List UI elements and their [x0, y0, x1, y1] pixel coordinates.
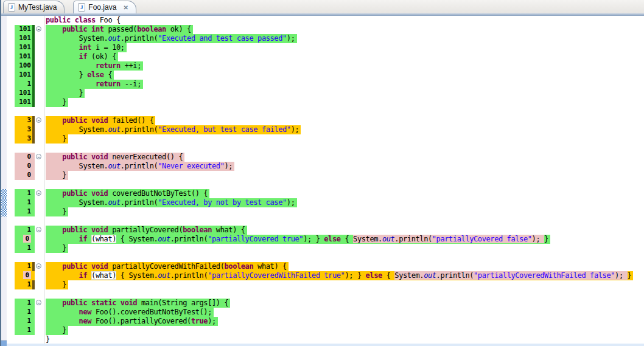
tab-label: Foo.java	[88, 3, 116, 12]
code-text[interactable]: public void neverExecuted() {	[44, 153, 644, 162]
code-line: public class Foo {	[7, 16, 644, 25]
code-line	[7, 180, 644, 189]
code-line: 0 if (what) { System.out.println("partia…	[7, 271, 644, 280]
collapse-icon[interactable]	[36, 227, 41, 232]
code-text[interactable]: System.out.println("Executed and test ca…	[44, 34, 644, 43]
fold-column	[35, 180, 44, 189]
code-text[interactable]: public void failed() {	[44, 116, 644, 125]
code-text[interactable]: if (ok) {	[44, 52, 644, 61]
code-text[interactable]: public class Foo {	[44, 16, 644, 25]
code-text[interactable]	[44, 107, 644, 116]
java-editor-window: J MyTest.java J Foo.java ✕ public class …	[0, 0, 644, 346]
code-text[interactable]: }	[44, 207, 644, 216]
coverage-count-cell: 1	[15, 226, 35, 235]
fold-toggle[interactable]	[35, 116, 44, 125]
fold-column	[35, 207, 44, 216]
coverage-count-cell: 100	[15, 61, 35, 71]
missed-branch-badge: 0	[23, 271, 31, 279]
fold-column	[35, 198, 44, 207]
ruler-cell	[1, 52, 7, 61]
cursor-line-strip	[7, 344, 644, 346]
code-text[interactable]: }	[44, 335, 644, 344]
code-text[interactable]: }	[44, 280, 644, 289]
code-text[interactable]: System.out.println("Executed, but test c…	[44, 125, 644, 134]
coverage-count-cell: 1	[15, 280, 35, 289]
code-text[interactable]	[44, 289, 644, 299]
code-text[interactable]: public void partiallyCovered(boolean wha…	[44, 226, 644, 235]
code-rows: public class Foo {101 public int passed(…	[7, 16, 644, 346]
fold-toggle[interactable]	[35, 226, 44, 235]
code-text[interactable]: return --i;	[44, 80, 644, 89]
code-line: 0 System.out.println("Never executed");	[7, 162, 644, 171]
java-file-icon: J	[8, 3, 15, 12]
close-icon[interactable]: ✕	[123, 4, 128, 11]
code-text[interactable]: public static void main(String args[]) {	[44, 299, 644, 308]
fold-toggle[interactable]	[35, 299, 44, 308]
code-text[interactable]: }	[44, 171, 644, 180]
collapse-icon[interactable]	[36, 263, 41, 269]
tab-mytest-java[interactable]: J MyTest.java	[3, 1, 65, 13]
coverage-annotation-marker[interactable]	[1, 207, 7, 216]
coverage-count-cell: 101	[15, 89, 35, 98]
fold-column	[35, 71, 44, 80]
coverage-annotation-marker[interactable]	[1, 189, 7, 198]
code-text[interactable]: System.out.println("Never executed");	[44, 162, 644, 171]
fold-toggle[interactable]	[35, 189, 44, 198]
coverage-count-cell: 101	[15, 43, 35, 52]
fold-toggle[interactable]	[35, 262, 44, 271]
fold-toggle[interactable]	[35, 153, 44, 162]
ruler-cell	[1, 162, 7, 171]
ruler-cell	[1, 16, 7, 25]
fold-column	[35, 80, 44, 89]
ruler-cell	[1, 153, 7, 162]
collapse-icon[interactable]	[36, 154, 41, 159]
code-text[interactable]: } else {	[44, 71, 644, 80]
code-line: 101 }	[7, 98, 644, 107]
code-line: 1 System.out.println("Executed, by not b…	[7, 198, 644, 207]
code-line: 3 public void failed() {	[7, 116, 644, 125]
ruler-cell	[1, 317, 7, 326]
code-text[interactable]: if (what) { System.out.println("partiall…	[44, 235, 644, 244]
coverage-count-cell: 1	[15, 189, 35, 198]
code-text[interactable]: public void coveredButNotByTest() {	[44, 189, 644, 198]
code-text[interactable]	[44, 253, 644, 262]
code-line	[7, 216, 644, 226]
code-text[interactable]: new Foo().partiallyCovered(true);	[44, 317, 644, 326]
code-text[interactable]	[44, 216, 644, 226]
code-line: 101 if (ok) {	[7, 52, 644, 61]
code-text[interactable]: return ++i;	[44, 61, 644, 71]
code-text[interactable]: }	[44, 134, 644, 144]
code-line	[7, 289, 644, 299]
code-text[interactable]: }	[44, 326, 644, 335]
code-line: 1 new Foo().coveredButNotByTest();	[7, 308, 644, 317]
code-text[interactable]: }	[44, 89, 644, 98]
ruler-cell	[1, 107, 7, 116]
code-text[interactable]: int i = 10;	[44, 43, 644, 52]
collapse-icon[interactable]	[36, 117, 41, 123]
code-line: 101 int i = 10;	[7, 43, 644, 52]
code-text[interactable]: }	[44, 98, 644, 107]
fold-column	[35, 335, 44, 344]
collapse-icon[interactable]	[36, 300, 41, 305]
ruler-cell	[1, 34, 7, 43]
code-line: 0 }	[7, 171, 644, 180]
code-text[interactable]: public void partiallyCoveredWithFailed(b…	[44, 262, 644, 271]
ruler-cell	[1, 253, 7, 262]
code-text[interactable]: new Foo().coveredButNotByTest();	[44, 308, 644, 317]
collapse-icon[interactable]	[36, 190, 41, 196]
code-text[interactable]	[44, 180, 644, 189]
fold-toggle[interactable]	[35, 25, 44, 34]
code-text[interactable]: }	[44, 244, 644, 253]
code-line: 3 }	[7, 134, 644, 144]
fold-column	[35, 16, 44, 25]
fold-column	[35, 244, 44, 253]
tab-foo-java[interactable]: J Foo.java ✕	[73, 1, 136, 13]
code-line: 1 return --i;	[7, 80, 644, 89]
code-text[interactable]: if (what) { System.out.println("partiall…	[44, 271, 644, 280]
code-text[interactable]: System.out.println("Executed, by not by …	[44, 198, 644, 207]
collapse-icon[interactable]	[36, 26, 41, 32]
code-text[interactable]: public int passed(boolean ok) {	[44, 25, 644, 34]
coverage-annotation-marker[interactable]	[1, 198, 7, 207]
code-text[interactable]	[44, 144, 644, 153]
ruler-cell	[1, 125, 7, 134]
